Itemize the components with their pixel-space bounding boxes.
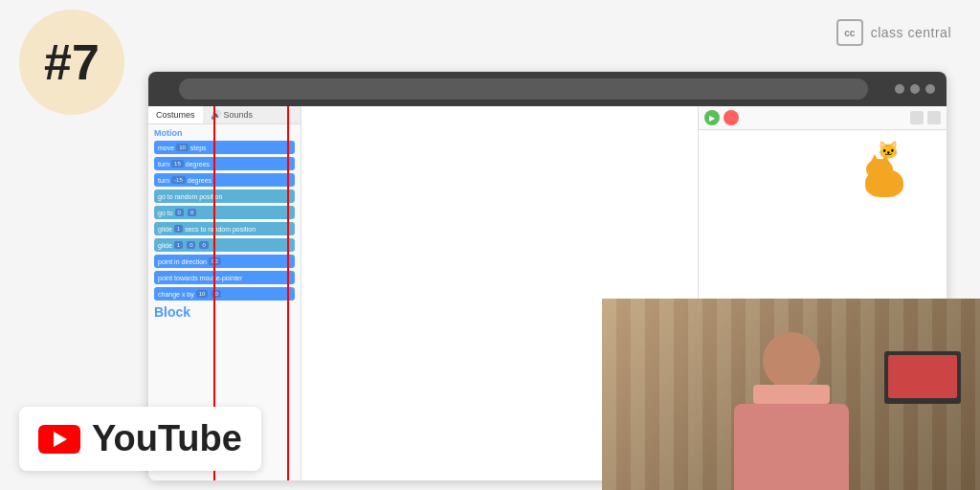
block-point-towards[interactable]: point towards mouse-pointer [154,271,295,284]
tab-sounds[interactable]: 🔊 Sounds [203,106,261,123]
stage-icon-1[interactable] [910,111,924,124]
address-bar[interactable] [179,78,868,100]
class-central-logo: cc class central [836,19,951,46]
cat-ear-right [880,154,890,164]
stop-button[interactable] [724,110,739,125]
cat-body [865,168,903,197]
block-goto-xy[interactable]: go to 0 0 [154,206,295,219]
browser-controls [895,84,935,94]
person-head [763,332,820,390]
youtube-play-icon [54,432,67,447]
browser-dot-3 [925,84,935,94]
block-glide-xy[interactable]: glide 1 0 0 [154,238,295,252]
stage-expand-icons [910,111,941,124]
scratch-cat-sprite [860,159,908,207]
browser-dot-1 [895,84,904,94]
scratch-blocks-area: Motion move 10 steps turn 15 degrees tur… [148,124,301,323]
cat-ear-left [870,154,880,164]
person-collar [753,385,830,404]
block-move[interactable]: move 10 steps [154,141,295,154]
stage-toolbar: ▶ [699,106,947,130]
block-turn-left[interactable]: turn -15 degrees [154,173,295,187]
scratch-tabs: Costumes 🔊 Sounds [148,106,301,124]
tab-costumes[interactable]: Costumes [148,106,203,123]
block-change-x[interactable]: change x by 10 0 [154,287,295,301]
block-goto-random[interactable]: go to random position [154,189,295,203]
video-panel [602,299,980,490]
block-turn-right[interactable]: turn 15 degrees [154,157,295,170]
cc-icon: cc [836,19,863,46]
badge-number: #7 [44,33,100,91]
video-person [602,299,980,490]
block-label: Block [154,304,295,320]
video-laptop [884,351,961,404]
youtube-logo [38,425,80,454]
stage-icon-2[interactable] [927,111,941,124]
browser-chrome [148,72,947,106]
green-flag-button[interactable]: ▶ [704,110,720,125]
stage-canvas: 🐱 [699,130,947,309]
block-glide-random[interactable]: glide 1 secs to random position [154,222,295,235]
video-laptop-screen [888,355,957,398]
person-body [734,404,849,490]
motion-label: Motion [154,128,295,138]
number-badge: #7 [19,10,124,115]
person-silhouette [734,332,849,490]
block-point-dir[interactable]: point in direction 90 [154,255,295,268]
youtube-text: YouTube [92,418,242,459]
browser-dot-2 [910,84,920,94]
class-central-text: class central [871,25,951,40]
red-line-right [287,106,289,480]
youtube-badge[interactable]: YouTube [19,407,261,471]
